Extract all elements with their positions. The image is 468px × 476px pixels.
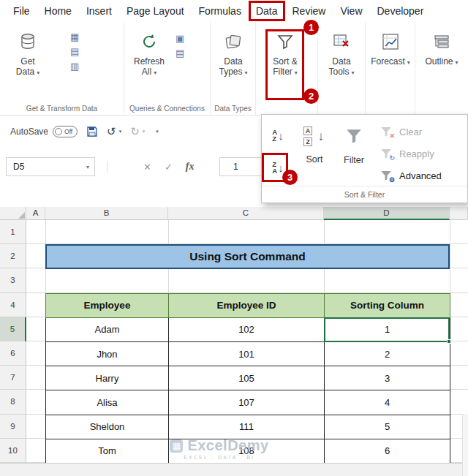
advanced-menu-item[interactable]: ⚙ Advanced bbox=[376, 165, 465, 186]
tab-file[interactable]: File bbox=[6, 0, 37, 22]
name-box[interactable]: D5 ▾ bbox=[6, 157, 95, 176]
row-header-6[interactable]: 6 bbox=[0, 341, 26, 366]
cell-b5[interactable]: Adam bbox=[46, 317, 169, 341]
cell-b8[interactable]: Alisa bbox=[46, 390, 169, 415]
enter-icon[interactable]: ✓ bbox=[165, 162, 173, 173]
connections-small-buttons[interactable]: ▣ ▤ bbox=[176, 34, 184, 58]
clear-menu-item[interactable]: ✕ Clear bbox=[376, 121, 465, 143]
sort-a-to-z-button[interactable]: AZ ↓ bbox=[264, 122, 292, 148]
autosave-control[interactable]: AutoSave Off bbox=[10, 126, 78, 137]
save-button[interactable] bbox=[86, 126, 98, 137]
refresh-all-button[interactable]: Refresh All▾ bbox=[129, 31, 170, 78]
row-header-7[interactable]: 7 bbox=[0, 366, 26, 390]
autosave-state: Off bbox=[64, 128, 72, 135]
group-forecast: Forecast▾ bbox=[366, 22, 415, 115]
tab-formulas[interactable]: Formulas bbox=[192, 0, 249, 22]
row-header-10[interactable]: 10 bbox=[0, 439, 26, 463]
row-header-4[interactable]: 4 bbox=[0, 293, 26, 317]
forecast-button[interactable]: Forecast▾ bbox=[370, 31, 411, 68]
table-row: Sheldon 111 5 bbox=[46, 415, 450, 439]
insert-function-icon[interactable]: fx bbox=[186, 161, 195, 173]
sheet-title-cell[interactable]: Using Sort Command bbox=[45, 244, 450, 269]
tab-review[interactable]: Review bbox=[285, 0, 333, 22]
horizontal-scrollbar-area[interactable] bbox=[0, 463, 468, 476]
get-transform-small-buttons[interactable]: ▦ ▤ ▥ bbox=[70, 32, 79, 71]
tab-developer[interactable]: Developer bbox=[370, 0, 431, 22]
formula-bar-buttons: ✕ ✓ fx bbox=[143, 157, 194, 176]
outline-label: Outline▾ bbox=[422, 56, 461, 68]
cell-c9[interactable]: 111 bbox=[169, 415, 325, 439]
name-box-dropdown-icon[interactable]: ▾ bbox=[81, 164, 94, 170]
sort-filter-button[interactable]: Sort & Filter▾ bbox=[265, 31, 306, 78]
redo-button[interactable]: ↻▾ bbox=[130, 125, 145, 138]
cell-d6[interactable]: 2 bbox=[325, 341, 450, 366]
cell-d10[interactable]: 6 bbox=[325, 439, 450, 463]
autosave-toggle[interactable]: Off bbox=[53, 126, 78, 137]
cell-c7[interactable]: 105 bbox=[169, 366, 325, 390]
row-header-3[interactable]: 3 bbox=[0, 268, 26, 292]
properties-icon[interactable]: ▣ bbox=[176, 34, 184, 43]
recent-sources-icon[interactable]: ▤ bbox=[70, 47, 79, 56]
tab-view[interactable]: View bbox=[333, 0, 369, 22]
column-header-d[interactable]: D bbox=[324, 207, 450, 220]
row-header-5[interactable]: 5 bbox=[0, 317, 26, 341]
tab-insert[interactable]: Insert bbox=[79, 0, 119, 22]
reapply-label: Reapply bbox=[399, 148, 434, 159]
column-header-b[interactable]: B bbox=[45, 207, 168, 220]
header-employee[interactable]: Employee bbox=[46, 293, 169, 317]
cell-b6[interactable]: Jhon bbox=[46, 341, 169, 366]
vertical-scrollbar[interactable] bbox=[462, 414, 468, 476]
cell-c8[interactable]: 107 bbox=[169, 390, 325, 415]
sort-z-to-a-button[interactable]: ZA ↓ bbox=[264, 154, 292, 181]
tab-data[interactable]: Data bbox=[249, 1, 285, 21]
select-all-corner[interactable] bbox=[0, 207, 26, 220]
row-header-9[interactable]: 9 bbox=[0, 415, 26, 439]
cell-c6[interactable]: 101 bbox=[169, 341, 325, 366]
row-header-2[interactable]: 2 bbox=[0, 244, 26, 268]
cell-d7[interactable]: 3 bbox=[325, 366, 450, 390]
header-sorting-column[interactable]: Sorting Column bbox=[325, 293, 450, 317]
chevron-down-icon: ▾ bbox=[352, 69, 355, 76]
existing-connections-icon[interactable]: ▥ bbox=[70, 61, 79, 71]
undo-button[interactable]: ↺▾ bbox=[107, 125, 121, 138]
get-data-button[interactable]: Get Data▾ bbox=[7, 31, 48, 78]
clear-filter-icon: ✕ bbox=[379, 124, 393, 139]
redo-icon: ↻ bbox=[130, 125, 140, 138]
chevron-down-icon: ▾ bbox=[245, 69, 248, 76]
from-table-icon[interactable]: ▦ bbox=[70, 32, 79, 42]
forecast-label: Forecast▾ bbox=[371, 56, 410, 68]
filter-button[interactable]: Filter bbox=[336, 119, 371, 186]
table-row: Tom 108 6 bbox=[46, 439, 450, 463]
cell-c10[interactable]: 108 bbox=[169, 439, 325, 463]
reapply-menu-item[interactable]: ↻ Reapply bbox=[376, 143, 465, 165]
edit-links-icon[interactable]: ▤ bbox=[176, 48, 184, 58]
data-types-button[interactable]: Data Types▾ bbox=[213, 31, 254, 78]
sort-filter-dropdown: AZ ↓ ZA ↓ A Z ↓ Sort Filter bbox=[261, 114, 468, 203]
tab-page-layout[interactable]: Page Layout bbox=[119, 0, 192, 22]
column-header-a[interactable]: A bbox=[26, 207, 45, 220]
column-header-c[interactable]: C bbox=[168, 207, 324, 220]
sort-dialog-button[interactable]: A Z ↓ Sort bbox=[297, 119, 332, 186]
employee-table: Employee Employee ID Sorting Column Adam… bbox=[45, 293, 450, 464]
forecast-icon bbox=[381, 31, 400, 53]
outline-button[interactable]: Outline▾ bbox=[421, 31, 462, 68]
cell-d5[interactable]: 1 bbox=[325, 317, 450, 341]
cell-b10[interactable]: Tom bbox=[46, 439, 169, 463]
cell-c5[interactable]: 102 bbox=[169, 317, 325, 341]
cell-d9[interactable]: 5 bbox=[325, 415, 450, 439]
row-header-1[interactable]: 1 bbox=[0, 220, 26, 244]
column-header-sliver[interactable] bbox=[450, 207, 468, 220]
data-tools-button[interactable]: Data Tools▾ bbox=[321, 31, 362, 78]
dropdown-group-label: Sort & Filter bbox=[262, 186, 467, 203]
cell-b9[interactable]: Sheldon bbox=[46, 415, 169, 439]
customize-qat-button[interactable]: ▾ bbox=[154, 129, 159, 135]
tab-home[interactable]: Home bbox=[37, 0, 79, 22]
cell-grid[interactable]: Using Sort Command Employee Employee ID … bbox=[26, 220, 468, 463]
cancel-icon[interactable]: ✕ bbox=[143, 162, 151, 173]
chevron-down-icon: ▾ bbox=[407, 59, 410, 66]
row-header-8[interactable]: 8 bbox=[0, 390, 26, 414]
filter-label: Filter bbox=[344, 155, 364, 165]
header-employee-id[interactable]: Employee ID bbox=[169, 293, 325, 317]
cell-d8[interactable]: 4 bbox=[325, 390, 450, 415]
cell-b7[interactable]: Harry bbox=[46, 366, 169, 390]
